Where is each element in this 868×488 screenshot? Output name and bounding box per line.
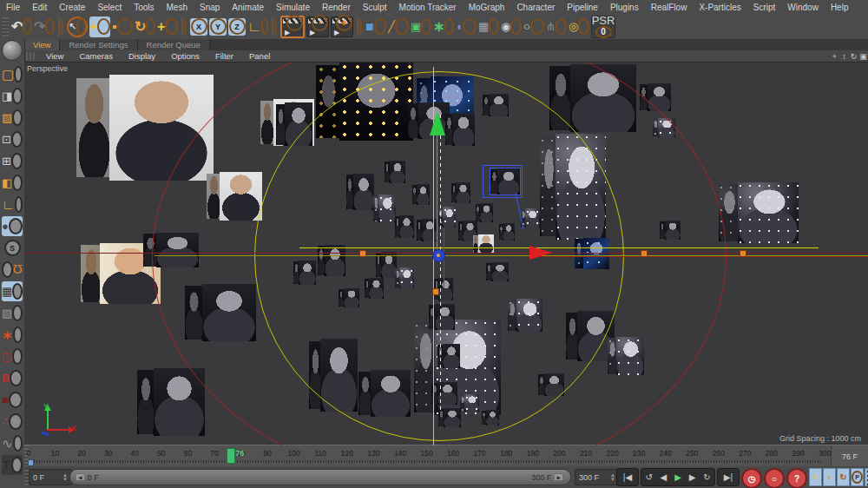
frame-zero-marker[interactable] [28, 459, 34, 466]
item-snap[interactable]: Snap [194, 3, 226, 12]
range-right-arrow-icon[interactable]: ▶ [554, 473, 563, 481]
snap-icon[interactable]: ◎ [569, 16, 589, 37]
zoom-view-icon[interactable]: ↕ [839, 52, 849, 61]
last-tool-icon[interactable]: + [157, 16, 178, 37]
perspective-viewport[interactable]: Perspective Y X Grid Spac [24, 62, 868, 445]
explosion-fx-icon[interactable]: ∗ [2, 325, 23, 345]
mograph-cloner-icon[interactable]: ∗ [433, 16, 454, 37]
psr-icon[interactable]: PSR0 [591, 16, 615, 38]
rotate-view-icon[interactable]: ↻ [849, 52, 858, 61]
edge-mode-icon[interactable]: ⊞ [2, 151, 23, 171]
stepper-icon[interactable]: ▲▼ [58, 473, 68, 482]
item-sculpt[interactable]: Sculpt [357, 3, 393, 12]
model-mode-icon[interactable]: ◨ [2, 86, 23, 106]
pan-view-icon[interactable]: + [830, 52, 839, 61]
keying-options-button[interactable]: ? [786, 468, 807, 488]
record-position-toggle[interactable]: + [809, 468, 822, 486]
item-window[interactable]: Window [781, 3, 825, 12]
goto-end-button[interactable]: ▶| [717, 468, 740, 486]
item-character[interactable]: Character [510, 3, 561, 12]
item-mesh[interactable]: Mesh [161, 3, 194, 12]
live-selection-icon[interactable]: ↖ [67, 16, 88, 37]
scale-tool-icon[interactable]: ▪ [112, 16, 133, 37]
goto-prev-key-button[interactable]: ↺ [645, 472, 652, 482]
floor-icon[interactable]: ▦ [478, 16, 499, 37]
item-create[interactable]: Create [53, 3, 91, 12]
item-simulate[interactable]: Simulate [270, 3, 316, 12]
record-rotation-toggle[interactable]: ↻ [837, 468, 850, 486]
record-pla-toggle[interactable] [865, 468, 868, 486]
goto-next-key-button[interactable]: ↻ [703, 472, 710, 482]
keyframe-marker[interactable] [641, 250, 648, 257]
next-frame-button[interactable]: ▶ [689, 472, 696, 482]
photo-cube[interactable] [719, 182, 799, 243]
range-start-field[interactable]: 0 F▲▼ [29, 469, 72, 485]
item-file[interactable]: File [0, 3, 26, 12]
item-options[interactable]: Options [163, 51, 207, 61]
wire-cube-icon[interactable]: ▢ [2, 346, 23, 366]
x-axis-handle[interactable] [529, 246, 552, 260]
record-parameter-toggle[interactable]: P [851, 468, 864, 486]
keyframe-marker[interactable] [359, 250, 366, 257]
item-script[interactable]: Script [747, 3, 782, 12]
viewport-solo-icon[interactable]: ● [2, 216, 23, 236]
range-end-field[interactable]: 300 F▲▼ [575, 469, 620, 485]
photo-cube[interactable] [137, 368, 205, 436]
item-tools[interactable]: Tools [128, 3, 160, 12]
workplane-lock-icon[interactable]: ▦ [2, 281, 23, 301]
rotate-tool-icon[interactable]: ↻ [135, 16, 155, 37]
item-filter[interactable]: Filter [207, 51, 241, 61]
polygon-mode-icon[interactable]: ◧ [2, 173, 23, 193]
render-settings-icon[interactable]: ∗ [331, 16, 353, 37]
z-axis-lock-icon[interactable]: Z [228, 18, 246, 36]
item-pipeline[interactable]: Pipeline [561, 3, 604, 12]
x-axis-lock-icon[interactable]: X [190, 18, 207, 36]
joint-icon[interactable]: ⋔ [546, 16, 567, 37]
item-motion-tracker[interactable]: Motion Tracker [393, 3, 463, 12]
item-view[interactable]: View [38, 51, 71, 61]
keyframe-marker[interactable] [740, 250, 746, 257]
item-select[interactable]: Select [91, 3, 128, 12]
timeline-ruler[interactable]: 0102030405060708090100110120130140150160… [24, 445, 868, 468]
subdivision-surface-icon[interactable]: ▣ [411, 16, 431, 37]
preview-range-slider[interactable]: ◀0 F 300 F▶ [69, 469, 571, 485]
render-view-icon[interactable] [280, 16, 305, 38]
record-scale-toggle[interactable]: ▪ [823, 468, 836, 486]
render-picture-viewer-icon[interactable]: ▪ [306, 16, 329, 37]
cube-primitive-icon[interactable]: ■ [365, 16, 386, 37]
viewport-menu-grip[interactable] [26, 52, 35, 60]
texture-mode-icon[interactable]: ▨ [2, 108, 23, 128]
spline-pen-icon[interactable]: ╱ [388, 16, 409, 37]
dark-tool-icon[interactable]: ⊤ [2, 455, 23, 475]
play-button[interactable]: ▶ [674, 472, 681, 482]
separator[interactable] [272, 17, 277, 36]
snap-s-icon[interactable]: S [2, 238, 23, 258]
magnet-snap-icon[interactable]: Ω [2, 260, 23, 280]
axis-mode-icon[interactable]: ∟ [2, 195, 23, 214]
toolbar-grip[interactable] [2, 17, 9, 36]
item-realflow[interactable]: RealFlow [645, 3, 694, 12]
item-edit[interactable]: Edit [26, 3, 53, 12]
item-cameras[interactable]: Cameras [71, 51, 121, 61]
workplane-icon[interactable]: ▧ [2, 303, 23, 323]
lava-cube-icon[interactable]: ■ [2, 390, 23, 410]
y-axis-handle[interactable] [430, 111, 445, 135]
redo-icon[interactable]: ↷ [34, 16, 55, 37]
undo-icon[interactable]: ↶ [11, 16, 32, 37]
make-editable-icon[interactable]: ▢ [2, 64, 23, 84]
particles-icon[interactable]: ∴ [2, 412, 23, 432]
light-icon[interactable]: ○ [523, 16, 544, 37]
item-animate[interactable]: Animate [226, 3, 270, 12]
range-left-arrow-icon[interactable]: ◀ [76, 473, 85, 481]
autokey-button[interactable]: ○ [764, 468, 785, 488]
prev-frame-button[interactable]: ◀ [661, 472, 667, 482]
item-help[interactable]: Help [825, 3, 855, 12]
b-tool-icon[interactable]: B [2, 368, 23, 388]
deformer-icon[interactable]: ◖ [456, 16, 477, 37]
separator[interactable] [181, 17, 187, 36]
camera-icon[interactable]: ◉ [501, 16, 522, 37]
origin-handle[interactable] [432, 249, 445, 262]
separator[interactable] [357, 17, 362, 36]
separator[interactable] [58, 17, 63, 36]
item-plugins[interactable]: Plugins [604, 3, 645, 12]
